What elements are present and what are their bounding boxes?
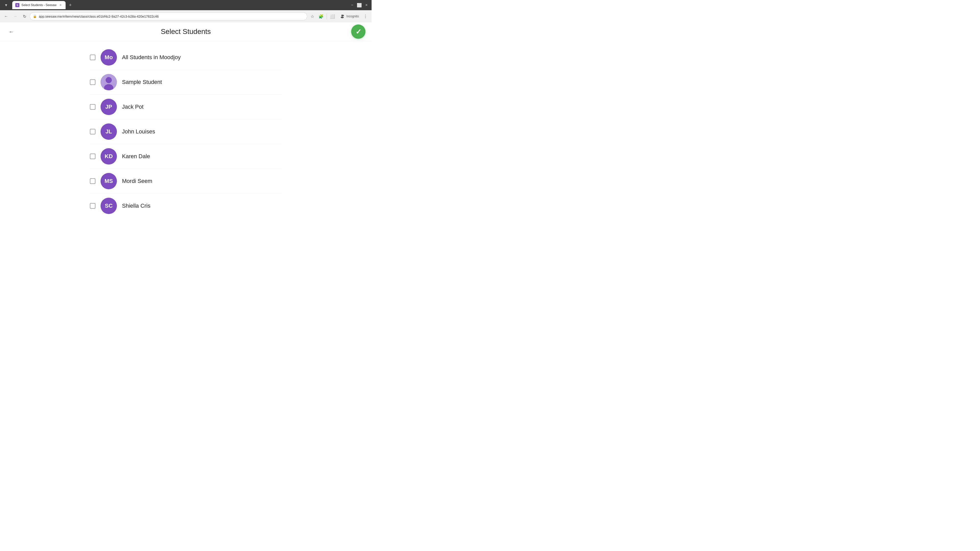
student-list: MoAll Students in Moodjoy Sample Student…	[84, 41, 288, 222]
avatar: Mo	[100, 49, 117, 65]
avatar	[100, 74, 117, 90]
active-tab[interactable]: S Select Students - Seesaw ×	[12, 1, 65, 9]
tab-bar: S Select Students - Seesaw × +	[12, 1, 347, 9]
new-tab-button[interactable]: +	[67, 2, 74, 9]
page-title: Select Students	[161, 27, 211, 36]
browser-title-bar: ▼ S Select Students - Seesaw × + − ⬜ ×	[0, 0, 372, 10]
window-controls: ▼	[2, 1, 10, 9]
list-item[interactable]: JPJack Pot	[84, 95, 288, 119]
window-minimize-button[interactable]: −	[349, 2, 355, 8]
svg-point-1	[341, 17, 344, 18]
avatar: JP	[100, 99, 117, 115]
window-close-button[interactable]: ×	[363, 2, 369, 8]
student-name: Mordi Seem	[122, 178, 152, 184]
window-maximize-button[interactable]: ⬜	[356, 2, 363, 8]
list-item[interactable]: KDKaren Dale	[84, 144, 288, 168]
extensions-button[interactable]: 🧩	[317, 12, 325, 21]
student-checkbox[interactable]	[90, 203, 95, 209]
svg-point-2	[343, 15, 344, 16]
student-name: John Louises	[122, 128, 155, 135]
student-checkbox[interactable]	[90, 129, 95, 135]
student-name: Shiella Cris	[122, 203, 150, 209]
list-item[interactable]: SCShiella Cris	[84, 194, 288, 218]
student-name: All Students in Moodjoy	[122, 54, 181, 61]
incognito-icon	[339, 13, 345, 19]
student-name: Sample Student	[122, 79, 162, 86]
browser-chrome: ▼ S Select Students - Seesaw × + − ⬜ × ←…	[0, 0, 372, 22]
avatar: MS	[100, 173, 117, 189]
browser-toolbar: ← → ↻ 🔒 app.seesaw.me/#/item/new/class/c…	[0, 10, 372, 22]
confirm-button[interactable]: ✓	[351, 24, 366, 39]
list-item[interactable]: JLJohn Louises	[84, 119, 288, 144]
toolbar-actions: ☆ 🧩 ⬜ Incognito ⋮	[308, 12, 369, 21]
student-name: Karen Dale	[122, 153, 150, 160]
address-bar[interactable]: 🔒 app.seesaw.me/#/item/new/class/class.e…	[30, 12, 307, 21]
list-item[interactable]: MSMordi Seem	[84, 169, 288, 193]
page-content: ← Select Students ✓ MoAll Students in Mo…	[0, 22, 372, 222]
forward-navigation-button[interactable]: →	[11, 12, 19, 21]
incognito-button[interactable]: Incognito	[337, 12, 361, 21]
avatar: KD	[100, 148, 117, 165]
student-name: Jack Pot	[122, 103, 143, 110]
tab-title: Select Students - Seesaw	[21, 3, 56, 7]
bookmark-button[interactable]: ☆	[308, 12, 317, 21]
student-checkbox[interactable]	[90, 79, 95, 85]
list-item[interactable]: Sample Student	[84, 70, 288, 94]
tab-close-button[interactable]: ×	[59, 3, 62, 7]
svg-point-4	[106, 77, 112, 83]
student-checkbox[interactable]	[90, 154, 95, 159]
avatar: JL	[100, 124, 117, 140]
back-navigation-button[interactable]: ←	[2, 12, 10, 21]
security-lock-icon: 🔒	[33, 14, 37, 18]
incognito-label: Incognito	[346, 14, 359, 18]
checkmark-icon: ✓	[355, 27, 361, 36]
page-header: ← Select Students ✓	[0, 22, 372, 41]
window-back-btn[interactable]: ▼	[2, 1, 10, 9]
list-item[interactable]: MoAll Students in Moodjoy	[84, 45, 288, 70]
tab-favicon: S	[15, 3, 19, 7]
browser-menu-button[interactable]: ⋮	[361, 12, 369, 21]
student-checkbox[interactable]	[90, 104, 95, 110]
avatar: SC	[100, 198, 117, 214]
student-checkbox[interactable]	[90, 55, 95, 60]
sidebar-button[interactable]: ⬜	[328, 12, 337, 21]
back-button[interactable]: ←	[6, 27, 16, 37]
back-arrow-icon: ←	[9, 29, 14, 35]
student-checkbox[interactable]	[90, 178, 95, 184]
url-text: app.seesaw.me/#/item/new/class/class.e01…	[39, 14, 304, 18]
reload-button[interactable]: ↻	[21, 12, 29, 21]
